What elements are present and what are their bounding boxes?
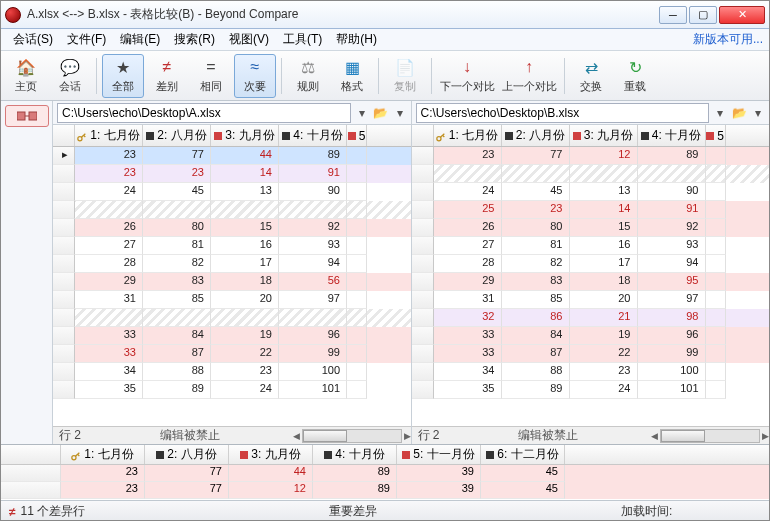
column-header[interactable]: 3: 九月份: [570, 125, 638, 146]
row-handle[interactable]: [53, 237, 75, 255]
table-row[interactable]: 28821794: [412, 255, 770, 273]
row-handle[interactable]: [412, 183, 434, 201]
session-button[interactable]: 💬会话: [49, 54, 91, 98]
table-row[interactable]: 27811693: [53, 237, 411, 255]
row-handle[interactable]: [53, 255, 75, 273]
cell[interactable]: 81: [143, 237, 211, 255]
close-button[interactable]: ✕: [719, 6, 765, 24]
path-input[interactable]: [57, 103, 351, 123]
table-row[interactable]: 23231491: [53, 165, 411, 183]
table-row[interactable]: 348823100: [412, 363, 770, 381]
folder-icon[interactable]: 📂: [373, 105, 389, 121]
detail-column-header[interactable]: 3: 九月份: [229, 445, 313, 464]
row-handle[interactable]: [53, 291, 75, 309]
cell[interactable]: 77: [143, 147, 211, 165]
cell[interactable]: [211, 201, 279, 219]
minimize-button[interactable]: ─: [659, 6, 687, 24]
scroll-thumb[interactable]: [303, 430, 347, 442]
menu-edit[interactable]: 编辑(E): [114, 29, 166, 50]
cell[interactable]: 95: [638, 273, 706, 291]
row-handle[interactable]: [412, 147, 434, 165]
cell[interactable]: 91: [279, 165, 347, 183]
detail-column-header[interactable]: 4: 十月份: [313, 445, 397, 464]
cell[interactable]: 14: [570, 201, 638, 219]
home-button[interactable]: 🏠主页: [5, 54, 47, 98]
cell[interactable]: 96: [279, 327, 347, 345]
detail-row[interactable]: 237744893945: [1, 465, 769, 482]
column-header[interactable]: 1: 七月份: [75, 125, 143, 146]
cell[interactable]: 81: [502, 237, 570, 255]
cell[interactable]: 93: [638, 237, 706, 255]
cell[interactable]: 23: [502, 201, 570, 219]
cell[interactable]: 92: [638, 219, 706, 237]
detail-row[interactable]: 237712893945: [1, 482, 769, 499]
cell[interactable]: 80: [143, 219, 211, 237]
row-handle[interactable]: [412, 165, 434, 183]
cell[interactable]: 87: [143, 345, 211, 363]
hscrollbar[interactable]: [302, 429, 402, 443]
table-row[interactable]: [412, 165, 770, 183]
cell[interactable]: 90: [638, 183, 706, 201]
table-row[interactable]: 358924101: [53, 381, 411, 399]
cell[interactable]: [75, 309, 143, 327]
cell[interactable]: 84: [502, 327, 570, 345]
cell[interactable]: [570, 165, 638, 183]
detail-cell[interactable]: 89: [313, 482, 397, 499]
row-handle[interactable]: [412, 363, 434, 381]
cell[interactable]: 89: [638, 147, 706, 165]
cell[interactable]: 94: [279, 255, 347, 273]
all-button[interactable]: ★全部: [102, 54, 144, 98]
row-handle[interactable]: [53, 327, 75, 345]
table-row[interactable]: 33841996: [53, 327, 411, 345]
cell[interactable]: 31: [434, 291, 502, 309]
cell[interactable]: 101: [638, 381, 706, 399]
menu-tools[interactable]: 工具(T): [277, 29, 328, 50]
dropdown-icon[interactable]: ▾: [751, 106, 765, 120]
detail-cell[interactable]: 44: [229, 465, 313, 482]
hscrollbar[interactable]: [660, 429, 760, 443]
cell[interactable]: 45: [502, 183, 570, 201]
detail-cell[interactable]: 77: [145, 482, 229, 499]
cell[interactable]: 17: [570, 255, 638, 273]
cell[interactable]: 89: [502, 381, 570, 399]
cell[interactable]: 22: [570, 345, 638, 363]
row-handle[interactable]: [412, 309, 434, 327]
dropdown-icon[interactable]: ▾: [393, 106, 407, 120]
row-handle[interactable]: [412, 327, 434, 345]
row-handle[interactable]: [412, 345, 434, 363]
cell[interactable]: 44: [211, 147, 279, 165]
rules-button[interactable]: ⚖规则: [287, 54, 329, 98]
column-header[interactable]: 4: 十月份: [279, 125, 347, 146]
table-row[interactable]: 23771289: [412, 147, 770, 165]
column-header[interactable]: 4: 十月份: [638, 125, 706, 146]
row-handle[interactable]: [53, 273, 75, 291]
cell[interactable]: [279, 309, 347, 327]
cell[interactable]: 22: [211, 345, 279, 363]
table-row[interactable]: 358924101: [412, 381, 770, 399]
detail-cell[interactable]: 39: [397, 465, 481, 482]
detail-column-header[interactable]: 2: 八月份: [145, 445, 229, 464]
cell[interactable]: 96: [638, 327, 706, 345]
column-header[interactable]: 5: [706, 125, 726, 146]
cell[interactable]: 34: [434, 363, 502, 381]
cell[interactable]: 28: [434, 255, 502, 273]
cell[interactable]: [143, 309, 211, 327]
cell[interactable]: 85: [143, 291, 211, 309]
next-diff-button[interactable]: ↓下一个对比: [437, 54, 497, 98]
cell[interactable]: 90: [279, 183, 347, 201]
cell[interactable]: 101: [279, 381, 347, 399]
cell[interactable]: 21: [570, 309, 638, 327]
cell[interactable]: 23: [434, 147, 502, 165]
cell[interactable]: 83: [143, 273, 211, 291]
cell[interactable]: [211, 309, 279, 327]
format-button[interactable]: ▦格式: [331, 54, 373, 98]
row-handle[interactable]: [53, 183, 75, 201]
cell[interactable]: 19: [211, 327, 279, 345]
cell[interactable]: 100: [279, 363, 347, 381]
cell[interactable]: 29: [434, 273, 502, 291]
detail-column-header[interactable]: 5: 十一月份: [397, 445, 481, 464]
table-row[interactable]: 24451390: [412, 183, 770, 201]
row-handle[interactable]: [412, 291, 434, 309]
cell[interactable]: 14: [211, 165, 279, 183]
cell[interactable]: 82: [502, 255, 570, 273]
